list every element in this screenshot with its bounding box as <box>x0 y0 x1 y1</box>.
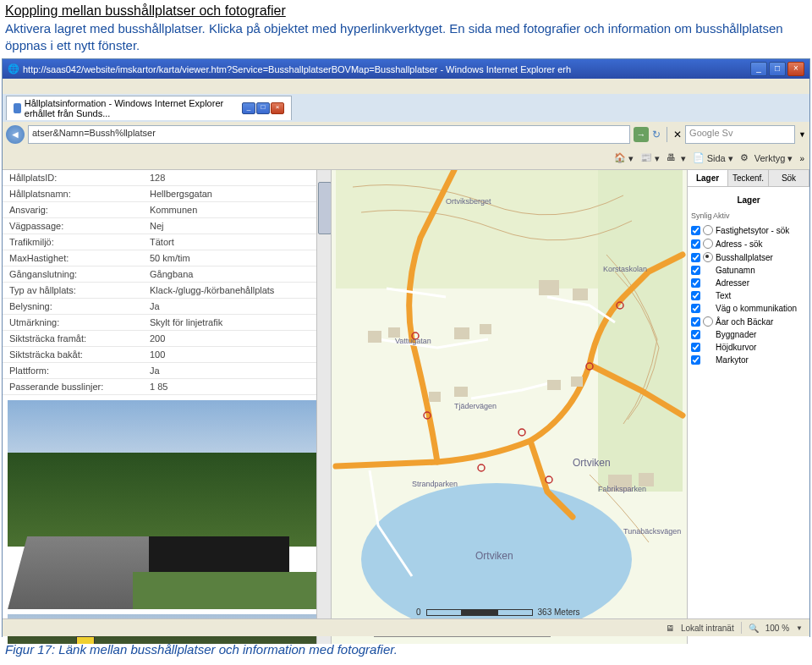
home-button[interactable]: 🏠▾ <box>614 152 634 164</box>
layer-visible-checkbox[interactable] <box>691 253 700 262</box>
info-value: Skylt för linjetrafik <box>143 315 331 331</box>
tools-menu[interactable]: ⚙Verktyg ▾ <box>740 152 793 164</box>
map-viewport[interactable]: Ortviksberget Korstaskolan Vattugatan Tj… <box>332 170 687 644</box>
map-label: Ortviken <box>475 550 513 562</box>
layer-label: Åar och Bäckar <box>716 317 773 327</box>
scroll-thumb[interactable] <box>318 182 332 234</box>
info-value: 1 85 <box>143 379 331 395</box>
photo-1 <box>8 400 321 609</box>
content-area: HållplatsID:128Hållplatsnamn:Hellbergsga… <box>3 170 809 644</box>
table-row: Belysning:Ja <box>3 299 331 315</box>
table-row: Typ av hållplats:Klack-/glugg-/körbanehå… <box>3 283 331 299</box>
layer-row: Adress - sök <box>691 237 806 250</box>
layer-visible-checkbox[interactable] <box>691 278 700 288</box>
info-value: Klack-/glugg-/körbanehållplats <box>143 283 331 299</box>
layer-visible-checkbox[interactable] <box>691 239 700 249</box>
layer-row: Gatunamn <box>691 264 806 277</box>
inner-close-button[interactable]: × <box>271 102 284 114</box>
scrollbar[interactable] <box>316 170 331 644</box>
layer-visible-checkbox[interactable] <box>691 266 700 275</box>
layer-active-radio[interactable] <box>703 225 713 235</box>
layer-label: Gatunamn <box>716 266 755 275</box>
search-input[interactable]: Google Sv <box>685 125 795 144</box>
feed-button[interactable]: 📰▾ <box>640 152 660 164</box>
table-row: Gånganslutning:Gångbana <box>3 267 331 283</box>
inner-max-button[interactable]: □ <box>256 102 270 114</box>
layer-row: Fastighetsytor - sök <box>691 223 806 237</box>
layer-visible-checkbox[interactable] <box>691 304 700 313</box>
layer-visible-checkbox[interactable] <box>691 343 700 352</box>
refresh-icon[interactable]: ↻ <box>652 129 661 140</box>
chevron-right-icon[interactable]: » <box>799 154 804 163</box>
layer-label: Byggnader <box>716 330 756 339</box>
address-input[interactable]: atser&Namn=Bussh%llplatser <box>28 125 630 144</box>
page-intro: Aktivera lagret med busshållplatser. Kli… <box>0 19 812 58</box>
info-value: 100 <box>143 347 331 363</box>
search-icon[interactable]: ✕ <box>673 129 682 140</box>
info-key: Hållplatsnamn: <box>3 186 143 202</box>
layer-label: Höjdkurvor <box>716 343 756 352</box>
svg-rect-7 <box>480 324 491 334</box>
search-dropdown-icon[interactable]: ▼ <box>798 130 806 139</box>
layer-row: Väg o kommunikation <box>691 302 806 315</box>
layer-label: Adress - sök <box>716 239 763 249</box>
info-panel: HållplatsID:128Hållplatsnamn:Hellbergsga… <box>3 170 332 644</box>
tabbar: Hållplatsinformation - Windows Internet … <box>3 94 809 122</box>
layer-visible-checkbox[interactable] <box>691 317 700 327</box>
info-value: Hellbergsgatan <box>143 186 331 202</box>
minimize-button[interactable]: _ <box>750 62 767 76</box>
layer-visible-checkbox[interactable] <box>691 330 700 339</box>
tab-teckenf[interactable]: Teckenf. <box>728 170 769 186</box>
info-value: Kommunen <box>143 202 331 218</box>
table-row: Siktsträcka framåt:200 <box>3 331 331 347</box>
layer-active-radio[interactable] <box>703 252 713 262</box>
map-label: Ortviksberget <box>446 197 491 206</box>
menubar <box>3 79 809 94</box>
info-key: Siktsträcka framåt: <box>3 331 143 347</box>
gear-icon: ⚙ <box>740 152 752 164</box>
inner-min-button[interactable]: _ <box>242 102 255 114</box>
svg-rect-11 <box>571 376 583 387</box>
info-key: Utmärkning: <box>3 315 143 331</box>
layer-visible-checkbox[interactable] <box>691 291 700 300</box>
info-value: 128 <box>143 170 331 186</box>
go-button[interactable]: → <box>634 127 649 142</box>
map-label: Tjädervägen <box>454 402 497 410</box>
info-key: Belysning: <box>3 299 143 315</box>
side-column-headers: SynligAktiv <box>691 212 806 223</box>
info-key: Plattform: <box>3 363 143 379</box>
layer-active-radio[interactable] <box>703 239 713 249</box>
print-button[interactable]: 🖶▾ <box>667 152 686 164</box>
browser-tab[interactable]: Hållplatsinformation - Windows Internet … <box>6 96 292 120</box>
close-button[interactable]: × <box>787 62 804 76</box>
maximize-button[interactable]: □ <box>769 62 786 76</box>
info-value: Tätort <box>143 234 331 250</box>
table-row: Siktsträcka bakåt:100 <box>3 347 331 363</box>
info-value: 50 km/tim <box>143 250 331 267</box>
info-key: Siktsträcka bakåt: <box>3 347 143 363</box>
svg-rect-10 <box>547 380 561 390</box>
layer-visible-checkbox[interactable] <box>691 226 700 235</box>
zoom-dropdown-icon[interactable]: ▼ <box>796 624 803 632</box>
info-table: HållplatsID:128Hållplatsnamn:Hellbergsga… <box>3 170 331 395</box>
tab-sok[interactable]: Sök <box>769 170 809 186</box>
layer-label: Text <box>716 291 731 300</box>
zoom-label: 🔍 <box>749 624 759 633</box>
page-menu[interactable]: 📄Sida ▾ <box>693 152 733 164</box>
layer-visible-checkbox[interactable] <box>691 355 700 365</box>
table-row: Trafikmiljö:Tätort <box>3 234 331 250</box>
layer-active-radio[interactable] <box>703 316 713 327</box>
layer-label: Väg o kommunikation <box>716 304 797 313</box>
tab-lager[interactable]: Lager <box>688 170 728 186</box>
layer-row: Åar och Bäckar <box>691 315 806 328</box>
layer-label: Busshallplatser <box>716 253 773 262</box>
info-key: HållplatsID: <box>3 170 143 186</box>
nav-back-icon[interactable]: ◄ <box>6 125 25 144</box>
page-icon: 📄 <box>693 152 705 164</box>
map-svg: Ortviksberget Korstaskolan Vattugatan Tj… <box>332 170 687 644</box>
layer-row: Markytor <box>691 354 806 366</box>
svg-rect-4 <box>368 331 381 343</box>
layer-panel: Lager Teckenf. Sök Lager SynligAktiv Fas… <box>687 170 809 644</box>
command-bar: 🏠▾ 📰▾ 🖶▾ 📄Sida ▾ ⚙Verktyg ▾ » <box>3 147 809 170</box>
map-scale: 0 363 Meters <box>416 607 580 617</box>
